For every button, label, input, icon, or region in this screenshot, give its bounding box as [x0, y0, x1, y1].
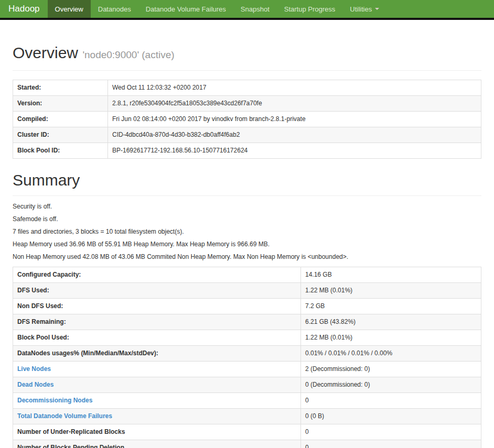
row-value: Wed Oct 11 12:03:32 +0200 2017: [108, 80, 481, 96]
navbar: Hadoop Overview Datanodes Datanode Volum…: [0, 0, 494, 20]
nav-tab[interactable]: Overview: [48, 0, 91, 18]
row-label: DFS Remaining:: [13, 314, 301, 330]
summary-table: Configured Capacity: 14.16 GB DFS Used: …: [13, 267, 481, 448]
row-label-text: DFS Remaining:: [17, 318, 66, 325]
summary-paragraph: 7 files and directories, 3 blocks = 10 t…: [13, 228, 481, 235]
row-label: DataNodes usages% (Min/Median/Max/stdDev…: [13, 346, 301, 362]
row-label: Block Pool ID:: [13, 143, 108, 159]
nav-tab-label: Snapshot: [241, 5, 270, 13]
row-label-text: Version:: [17, 100, 42, 107]
row-value: 2.8.1, r20fe5304904fc2f5a18053c389e43cd2…: [108, 96, 481, 112]
table-row: DFS Used: 1.22 MB (0.01%): [13, 283, 481, 299]
table-row: Number of Under-Replicated Blocks 0: [13, 424, 481, 440]
table-row: Dead Nodes 0 (Decommissioned: 0): [13, 377, 481, 393]
row-label: Version:: [13, 96, 108, 112]
summary-paragraphs: Security is off. Safemode is off. 7 file…: [13, 203, 481, 260]
nav-tab[interactable]: Startup Progress: [277, 0, 343, 18]
chevron-down-icon: [375, 8, 379, 10]
row-label-text: Number of Blocks Pending Deletion: [17, 444, 124, 448]
row-value: 0.01% / 0.01% / 0.01% / 0.00%: [301, 346, 481, 362]
row-label-text: Started:: [17, 84, 41, 91]
row-label: Number of Blocks Pending Deletion: [13, 440, 301, 448]
overview-info-table: Started: Wed Oct 11 12:03:32 +0200 2017 …: [13, 80, 481, 159]
row-label: Block Pool Used:: [13, 330, 301, 346]
row-label-text[interactable]: Dead Nodes: [17, 381, 53, 388]
row-value: 2 (Decommissioned: 0): [301, 362, 481, 377]
summary-paragraph: Heap Memory used 36.96 MB of 55.91 MB He…: [13, 241, 481, 248]
nav-tab[interactable]: Datanodes: [91, 0, 138, 18]
nav-tab-label: Utilities: [350, 5, 372, 13]
page-content: Overview 'node0:9000' (active) Started: …: [0, 44, 494, 448]
row-value: CID-4dbcd40a-870d-4d30-b382-db0aff4f6ab2: [108, 127, 481, 143]
row-label-text[interactable]: Live Nodes: [17, 365, 51, 373]
table-row: Block Pool ID: BP-1692617712-192.168.56.…: [13, 143, 481, 159]
row-label: Started:: [13, 80, 108, 96]
row-value: 1.22 MB (0.01%): [301, 330, 481, 346]
row-label-text: Compiled:: [17, 115, 48, 123]
row-value: 0: [301, 424, 481, 440]
page-title-text: Overview: [13, 44, 78, 61]
row-value: 6.21 GB (43.82%): [301, 314, 481, 330]
nav-tabs: Overview Datanodes Datanode Volume Failu…: [48, 0, 387, 18]
nav-tab[interactable]: Datanode Volume Failures: [138, 0, 233, 18]
nav-tab-label: Overview: [55, 5, 83, 13]
row-value: BP-1692617712-192.168.56.10-150771617262…: [108, 143, 481, 159]
summary-paragraph: Non Heap Memory used 42.08 MB of 43.06 M…: [13, 253, 481, 260]
row-label-text: Block Pool Used:: [17, 334, 69, 341]
row-label: Decommissioning Nodes: [13, 393, 301, 409]
nav-tab-label: Startup Progress: [284, 5, 336, 13]
row-label-text: Configured Capacity:: [17, 271, 81, 278]
table-row: Number of Blocks Pending Deletion 0: [13, 440, 481, 448]
table-row: Total Datanode Volume Failures 0 (0 B): [13, 409, 481, 424]
row-label-text: Cluster ID:: [17, 131, 49, 138]
table-row: DFS Remaining: 6.21 GB (43.82%): [13, 314, 481, 330]
row-value: 0 (0 B): [301, 409, 481, 424]
table-row: Compiled: Fri Jun 02 08:14:00 +0200 2017…: [13, 112, 481, 127]
table-row: Block Pool Used: 1.22 MB (0.01%): [13, 330, 481, 346]
title-divider: [13, 70, 481, 71]
row-label: Cluster ID:: [13, 127, 108, 143]
row-label-text[interactable]: Decommissioning Nodes: [17, 397, 92, 404]
summary-heading: Summary: [13, 171, 481, 189]
table-row: DataNodes usages% (Min/Median/Max/stdDev…: [13, 346, 481, 362]
row-value: 1.22 MB (0.01%): [301, 283, 481, 299]
page-title: Overview 'node0:9000' (active): [13, 44, 481, 63]
table-row: Decommissioning Nodes 0: [13, 393, 481, 409]
table-row: Cluster ID: CID-4dbcd40a-870d-4d30-b382-…: [13, 127, 481, 143]
row-value: 14.16 GB: [301, 267, 481, 283]
row-value: 0: [301, 393, 481, 409]
brand-link[interactable]: Hadoop: [0, 0, 48, 18]
row-label: Compiled:: [13, 112, 108, 127]
nav-tab-label: Datanode Volume Failures: [146, 5, 226, 13]
summary-paragraph: Security is off.: [13, 203, 481, 210]
row-label: DFS Used:: [13, 283, 301, 299]
row-label-text: DFS Used:: [17, 287, 49, 294]
row-value: Fri Jun 02 08:14:00 +0200 2017 by vinodk…: [108, 112, 481, 127]
table-row: Non DFS Used: 7.2 GB: [13, 299, 481, 314]
row-value: 0: [301, 440, 481, 448]
row-label-text: DataNodes usages% (Min/Median/Max/stdDev…: [17, 349, 158, 357]
row-value: 0 (Decommissioned: 0): [301, 377, 481, 393]
page-title-subtitle: 'node0:9000' (active): [82, 49, 174, 60]
summary-divider: [13, 195, 481, 196]
row-label: Number of Under-Replicated Blocks: [13, 424, 301, 440]
row-label: Dead Nodes: [13, 377, 301, 393]
table-row: Configured Capacity: 14.16 GB: [13, 267, 481, 283]
row-label: Configured Capacity:: [13, 267, 301, 283]
row-label: Non DFS Used:: [13, 299, 301, 314]
row-label-text: Block Pool ID:: [17, 147, 60, 154]
row-label-text: Non DFS Used:: [17, 302, 63, 310]
table-row: Live Nodes 2 (Decommissioned: 0): [13, 362, 481, 377]
nav-tab-label: Datanodes: [98, 5, 131, 13]
row-label: Total Datanode Volume Failures: [13, 409, 301, 424]
table-row: Started: Wed Oct 11 12:03:32 +0200 2017: [13, 80, 481, 96]
nav-tab[interactable]: Utilities: [342, 0, 386, 18]
row-label: Live Nodes: [13, 362, 301, 377]
table-row: Version: 2.8.1, r20fe5304904fc2f5a18053c…: [13, 96, 481, 112]
row-label-text: Number of Under-Replicated Blocks: [17, 428, 125, 435]
row-value: 7.2 GB: [301, 299, 481, 314]
nav-tab[interactable]: Snapshot: [233, 0, 277, 18]
summary-paragraph: Safemode is off.: [13, 215, 481, 223]
row-label-text[interactable]: Total Datanode Volume Failures: [17, 412, 112, 420]
